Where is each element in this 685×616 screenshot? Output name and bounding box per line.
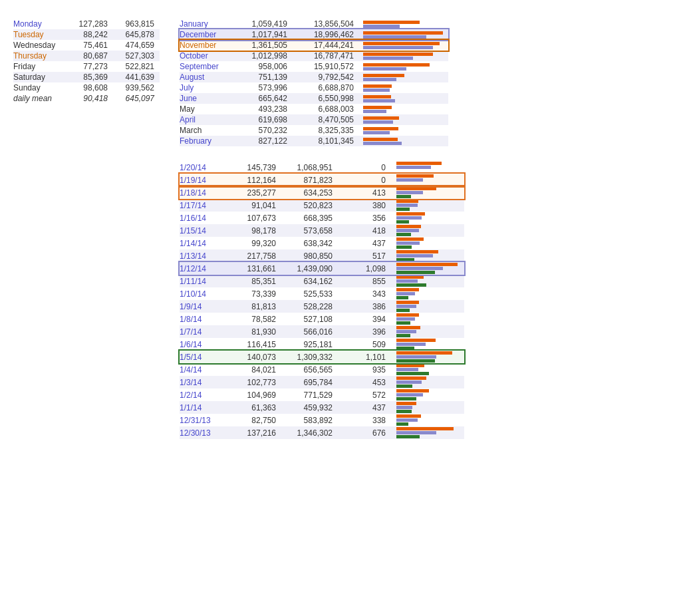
- day-subs-cell: 509: [339, 338, 392, 351]
- day-table-row: 1/6/14 116,415 925,181 509: [180, 338, 464, 351]
- month-pageviews-cell: 15,910,572: [293, 61, 359, 72]
- day-uniques-cell: 235,277: [229, 186, 283, 199]
- day-orange-bar: [396, 326, 420, 329]
- week-uniques-cell: 75,461: [67, 40, 113, 51]
- day-blue-bar: [396, 267, 443, 270]
- day-orange-bar: [396, 351, 452, 355]
- month-date-cell: November: [180, 40, 233, 51]
- month-bar-container: [363, 53, 443, 60]
- day-bar-container: [396, 187, 458, 198]
- day-green-bar: [396, 220, 409, 224]
- day-table-row: 1/15/14 98,178 573,658 418: [180, 224, 464, 237]
- day-bar-container: [396, 301, 458, 312]
- day-table-row: 1/12/14 131,661 1,439,090 1,098: [180, 262, 464, 275]
- day-bar-cell: [392, 224, 464, 237]
- day-subs-cell: 396: [339, 325, 392, 338]
- day-table-row: 1/10/14 73,339 525,533 343: [180, 287, 464, 300]
- day-orange-bar: [396, 301, 419, 304]
- day-pageviews-cell: 638,342: [283, 237, 339, 249]
- day-blue-bar: [396, 381, 422, 384]
- month-bar-cell: [359, 40, 448, 51]
- day-bar-container: [396, 200, 458, 211]
- day-green-bar: [396, 245, 412, 249]
- day-green-bar: [396, 283, 426, 287]
- day-bar-container: [396, 174, 458, 186]
- day-pageviews-cell: 1,439,090: [283, 262, 339, 275]
- day-orange-bar: [396, 225, 421, 228]
- day-bar-container: [396, 225, 458, 236]
- month-orange-bar: [363, 95, 391, 98]
- day-date-cell: 1/11/14: [180, 275, 229, 287]
- day-bar-cell: [392, 363, 464, 376]
- day-orange-bar: [396, 313, 419, 317]
- day-uniques-cell: 116,415: [229, 338, 283, 351]
- week-table-row: Sunday 98,608 939,562: [13, 82, 160, 93]
- day-uniques-cell: 85,351: [229, 275, 283, 287]
- day-pageviews-cell: 527,108: [283, 313, 339, 325]
- week-table: Monday 127,283 963,815 Tuesday 88,242 64…: [13, 17, 160, 104]
- day-subs-cell: 0: [339, 174, 392, 186]
- month-bar-cell: [359, 51, 448, 61]
- day-subs-cell: 413: [339, 186, 392, 199]
- month-table-row: July 573,996 6,688,870: [180, 82, 448, 93]
- month-orange-bar: [363, 53, 433, 56]
- day-pageviews-cell: 1,068,951: [283, 161, 339, 174]
- day-subs-cell: 338: [339, 414, 392, 426]
- day-green-bar: [396, 258, 414, 261]
- day-orange-bar: [396, 389, 429, 392]
- day-orange-bar: [396, 212, 425, 216]
- month-bar-cell: [359, 104, 448, 114]
- month-bar-container: [363, 74, 443, 81]
- day-orange-bar: [396, 200, 418, 203]
- day-pageviews-cell: 1,309,332: [283, 351, 339, 363]
- day-blue-bar: [396, 254, 433, 257]
- day-blue-bar: [396, 292, 415, 295]
- month-pageviews-cell: 13,856,504: [293, 19, 359, 29]
- month-blue-bar: [363, 35, 426, 39]
- month-bar-container: [363, 138, 443, 145]
- day-bar-cell: [392, 212, 464, 224]
- day-blue-bar: [396, 317, 415, 321]
- day-date-cell: 1/15/14: [180, 224, 229, 237]
- week-table-row: Monday 127,283 963,815: [13, 19, 160, 29]
- day-subs-cell: 855: [339, 275, 392, 287]
- day-bar-container: [396, 364, 458, 375]
- day-bar-cell: [392, 262, 464, 275]
- day-date-cell: 1/14/14: [180, 237, 229, 249]
- day-date-cell: 1/2/14: [180, 388, 229, 401]
- month-blue-bar: [363, 131, 390, 134]
- day-bar-cell: [392, 401, 464, 414]
- day-blue-bar: [396, 204, 418, 207]
- day-green-bar: [396, 359, 435, 363]
- day-orange-bar: [396, 187, 436, 190]
- month-pageviews-cell: 8,101,345: [293, 136, 359, 146]
- day-bar-container: [396, 326, 458, 337]
- month-date-cell: January: [180, 19, 233, 29]
- day-table-row: 1/4/14 84,021 656,565 935: [180, 363, 464, 376]
- month-bar-cell: [359, 136, 448, 146]
- day-bar-container: [396, 275, 458, 287]
- month-uniques-cell: 751,139: [233, 72, 293, 82]
- month-bar-cell: [359, 29, 448, 40]
- day-blue-bar: [396, 216, 422, 220]
- day-subs-cell: 356: [339, 212, 392, 224]
- month-orange-bar: [363, 138, 398, 141]
- month-bar-container: [363, 106, 443, 113]
- day-bar-cell: [392, 313, 464, 325]
- day-bar-cell: [392, 351, 464, 363]
- day-orange-bar: [396, 364, 424, 367]
- day-orange-bar: [396, 250, 438, 253]
- day-date-cell: 12/30/13: [180, 426, 229, 439]
- day-table-row: 1/3/14 102,773 695,784 453: [180, 376, 464, 388]
- day-uniques-cell: 81,813: [229, 300, 283, 313]
- week-day-cell: Wednesday: [13, 40, 67, 51]
- day-green-bar: [396, 271, 435, 274]
- month-uniques-cell: 1,361,505: [233, 40, 293, 51]
- month-bar-container: [363, 63, 443, 71]
- month-bar-cell: [359, 114, 448, 125]
- day-table-row: 12/31/13 82,750 583,892 338: [180, 414, 464, 426]
- day-bar-container: [396, 339, 458, 350]
- month-blue-bar: [363, 88, 390, 92]
- day-table-row: 1/5/14 140,073 1,309,332 1,101: [180, 351, 464, 363]
- day-table-row: 1/19/14 112,164 871,823 0: [180, 174, 464, 186]
